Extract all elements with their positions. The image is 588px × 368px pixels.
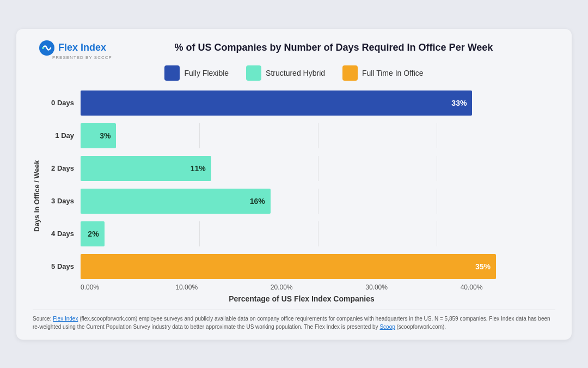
y-axis-label: Days In Office / Week: [33, 88, 46, 303]
bar-value: 16%: [250, 197, 265, 206]
legend-label-structured-hybrid: Structured Hybrid: [266, 69, 325, 77]
bars-container: 0 Days33%1 Day3%2 Days11%3 Days16%4 Days…: [48, 88, 555, 281]
chart-body: 0 Days33%1 Day3%2 Days11%3 Days16%4 Days…: [48, 88, 555, 303]
logo-sub: PRESENTED BY SCCCP: [52, 55, 112, 60]
bar-track: 16%: [81, 189, 555, 214]
bar-row: 4 Days2%: [48, 219, 555, 249]
logo-name: Flex Index: [58, 42, 106, 53]
bar-row: 0 Days33%: [48, 88, 555, 118]
bar-fill: 2%: [81, 221, 105, 246]
svg-point-1: [42, 47, 44, 49]
chart-legend: Fully Flexible Structured Hybrid Full Ti…: [33, 65, 555, 81]
bar-track: 11%: [81, 156, 555, 181]
legend-box-fully-flexible: [164, 65, 180, 81]
bar-fill: 33%: [81, 91, 472, 116]
chart-title: % of US Companies by Number of Days Requ…: [112, 40, 555, 53]
bar-fill: 11%: [81, 156, 211, 181]
bar-label: 3 Days: [48, 197, 81, 205]
flex-index-logo-icon: [39, 40, 55, 56]
logo-area: Flex Index PRESENTED BY SCCCP: [33, 40, 112, 60]
bar-track: 2%: [81, 221, 555, 246]
flex-index-link[interactable]: Flex Index: [53, 316, 78, 322]
bar-value: 33%: [451, 99, 467, 107]
bar-value: 2%: [88, 230, 99, 238]
x-tick: 0.00%: [81, 283, 175, 291]
x-tick: 20.00%: [271, 283, 365, 291]
bar-row: 3 Days16%: [48, 186, 555, 216]
bar-label: 4 Days: [48, 230, 81, 238]
chart-area: Days In Office / Week 0 Days33%1 Day3%2 …: [33, 88, 555, 303]
source-middle: (flex.scoopforwork.com) employee surveys…: [33, 316, 550, 330]
legend-label-fully-flexible: Fully Flexible: [184, 69, 229, 77]
bar-row: 2 Days11%: [48, 154, 555, 183]
bar-track: 3%: [81, 123, 555, 148]
scoop-link[interactable]: Scoop: [379, 324, 395, 330]
x-axis: 0.00%10.00%20.00%30.00%40.00%: [81, 283, 555, 291]
bar-label: 2 Days: [48, 164, 81, 172]
legend-item-full-time-office: Full Time In Office: [342, 65, 424, 81]
bar-fill: 3%: [81, 123, 116, 148]
bar-label: 1 Day: [48, 131, 81, 140]
x-axis-label: Percentage of US Flex Index Companies: [48, 294, 555, 303]
bar-track: 35%: [81, 254, 555, 279]
x-tick: 40.00%: [461, 283, 555, 291]
source-suffix: (scoopforwork.com).: [395, 324, 446, 330]
bar-fill: 16%: [81, 189, 271, 214]
bar-track: 33%: [81, 91, 555, 116]
bar-value: 3%: [100, 131, 111, 140]
x-tick: 10.00%: [175, 283, 270, 291]
legend-item-fully-flexible: Fully Flexible: [164, 65, 229, 81]
legend-item-structured-hybrid: Structured Hybrid: [246, 65, 325, 81]
legend-label-full-time-office: Full Time In Office: [362, 69, 424, 77]
bar-row: 5 Days35%: [48, 252, 555, 281]
legend-box-structured-hybrid: [246, 65, 261, 81]
bar-fill: 35%: [81, 254, 496, 279]
bar-label: 5 Days: [48, 262, 81, 270]
x-tick: 30.00%: [365, 283, 460, 291]
chart-card: Flex Index PRESENTED BY SCCCP % of US Co…: [16, 29, 572, 340]
bar-value: 11%: [191, 164, 206, 173]
source-text: Source: Flex Index (flex.scoopforwork.co…: [33, 310, 555, 331]
bar-label: 0 Days: [48, 99, 81, 107]
legend-box-full-time-office: [342, 65, 358, 81]
bar-row: 1 Day3%: [48, 121, 555, 150]
bar-value: 35%: [475, 262, 491, 271]
source-prefix: Source:: [33, 316, 53, 322]
